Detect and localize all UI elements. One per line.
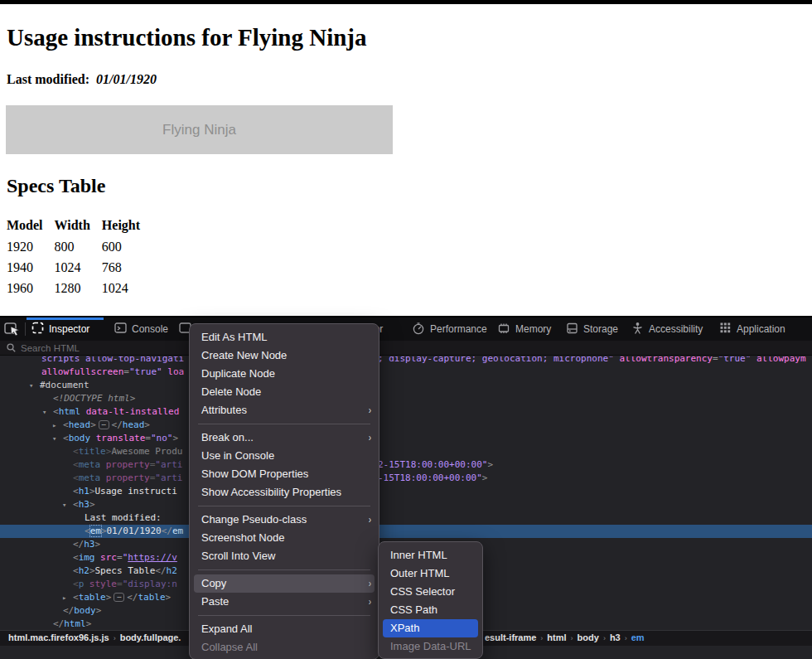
submenu-chevron-icon: › [369, 590, 371, 613]
menu-item-screenshot-node[interactable]: Screenshot Node [190, 529, 379, 547]
column-header: Model [7, 218, 55, 236]
markup-row[interactable]: ▾<html data-lt-installed [0, 405, 812, 419]
code-segment-doc: #document [40, 380, 89, 390]
menu-item-outer-html[interactable]: Outer HTML [379, 565, 482, 583]
code-segment-punc: > [487, 459, 493, 470]
menu-item-show-accessibility-properties[interactable]: Show Accessibility Properties [190, 483, 379, 502]
code-segment-link: https://v [128, 552, 177, 563]
last-modified-line: Last modified: 01/01/1920 [7, 72, 157, 87]
menu-item-copy[interactable]: Copy› [194, 574, 375, 593]
code-segment-punc: > [96, 605, 102, 616]
collapse-arrow-icon[interactable]: ▾ [62, 498, 66, 511]
code-segment-punc: </ [63, 605, 74, 616]
code-segment-val: -15T18:00:00+00:00" [378, 472, 482, 483]
menu-item-label: Expand All [201, 623, 252, 635]
markup-row[interactable]: <h1>Usage instructi [0, 485, 812, 498]
markup-row[interactable]: allowfullscreen="true" loa [0, 366, 812, 379]
tab-performance[interactable]: Performance [412, 317, 487, 341]
markup-row[interactable]: scripts allow-top-navigati; display-capt… [0, 356, 812, 366]
breadcrumb-item[interactable]: html [547, 632, 566, 642]
menu-item-inner-html[interactable]: Inner HTML [379, 546, 482, 565]
menu-item-label: Scroll Into View [201, 550, 275, 562]
menu-item-expand-all[interactable]: Expand All [190, 620, 379, 638]
breadcrumb-item[interactable]: esult-iframe [485, 632, 536, 642]
breadcrumb-item[interactable]: body.fullpage. [120, 632, 181, 642]
menu-separator [198, 569, 370, 570]
markup-row[interactable]: <meta property="arti2-15T18:00:00+00:00"… [0, 458, 812, 472]
table-row: 1920800600 [7, 236, 152, 257]
markup-row[interactable]: <title>Awesome Produ [0, 445, 812, 458]
submenu-chevron-icon: › [369, 426, 371, 449]
tab-application[interactable]: Application [719, 317, 785, 341]
menu-item-label: Create New Node [201, 349, 287, 361]
menu-item-use-in-console[interactable]: Use in Console [190, 447, 379, 465]
collapse-arrow-icon[interactable]: ▾ [52, 432, 56, 445]
code-segment-text: Usage instructi [95, 486, 177, 497]
code-segment-punc: < [73, 552, 79, 563]
markup-row[interactable]: <em>01/01/1920</em [0, 525, 812, 538]
menu-item-paste[interactable]: Paste› [190, 593, 379, 611]
breadcrumb-item[interactable]: em [631, 632, 645, 642]
search-html-input[interactable]: Search HTML [0, 341, 812, 356]
menu-item-duplicate-node[interactable]: Duplicate Node [190, 365, 379, 383]
menu-item-break-on[interactable]: Break on...› [190, 429, 379, 447]
code-segment-tag: html [59, 406, 81, 417]
collapse-arrow-icon[interactable]: ▾ [29, 379, 33, 392]
menu-item-label: Duplicate Node [201, 367, 275, 380]
code-segment-tag: title [79, 446, 106, 457]
code-segment-val: "true" [129, 366, 162, 377]
expand-arrow-icon[interactable]: ▸ [52, 419, 56, 432]
menu-item-create-new-node[interactable]: Create New Node [190, 346, 379, 365]
breadcrumb-item[interactable]: html.mac.firefox96.js.js [8, 632, 109, 642]
markup-row[interactable]: <!DOCTYPE html> [0, 392, 812, 405]
expand-arrow-icon[interactable]: ▸ [62, 591, 66, 604]
table-cell: 1960 [7, 278, 55, 298]
code-segment-val: "no" [151, 433, 173, 443]
code-segment-punc: > [90, 419, 96, 430]
tab-console[interactable]: Console [114, 317, 168, 341]
table-cell: 1280 [55, 278, 102, 298]
tab-accessibility[interactable]: Accessibility [631, 317, 703, 341]
code-segment-comment: <!DOCTYPE html> [53, 393, 135, 404]
markup-row[interactable]: ▾<h3> [0, 498, 812, 511]
code-segment-punc: > [482, 472, 488, 483]
markup-row[interactable]: Last modified: [0, 511, 812, 525]
tab-storage[interactable]: Storage [566, 317, 618, 341]
code-segment-attr: property [100, 472, 150, 483]
code-segment-tag: h3 [79, 499, 89, 510]
element-picker-icon[interactable] [4, 322, 22, 337]
tab-memory[interactable]: Memory [497, 317, 551, 341]
menu-item-label: Show Accessibility Properties [201, 486, 341, 498]
breadcrumb-item[interactable]: body [578, 632, 599, 642]
breadcrumb-item[interactable]: h3 [610, 632, 621, 642]
menu-item-xpath[interactable]: XPath [383, 619, 478, 637]
storage-icon [566, 322, 578, 337]
specs-table: ModelWidthHeight192080060019401024768196… [7, 218, 152, 298]
menu-item-css-selector[interactable]: CSS Selector [379, 583, 482, 601]
markup-row[interactable]: ▾#document [0, 379, 812, 392]
menu-item-css-path[interactable]: CSS Path [379, 601, 482, 619]
menu-item-edit-as-html[interactable]: Edit As HTML [190, 328, 379, 346]
markup-row[interactable]: ▸<head>⋯</head> [0, 419, 812, 432]
markup-row[interactable]: ▾<body translate="no"> [0, 432, 812, 445]
menu-item-attributes[interactable]: Attributes› [190, 401, 379, 419]
menu-item-scroll-into-view[interactable]: Scroll Into View [190, 547, 379, 565]
table-row: 19401024768 [7, 257, 152, 278]
code-segment-punc: < [73, 565, 79, 576]
code-segment-punc: < [73, 459, 79, 470]
menu-item-show-dom-properties[interactable]: Show DOM Properties [190, 465, 379, 483]
table-row: 196012801024 [7, 278, 152, 298]
collapse-arrow-icon[interactable]: ▾ [42, 405, 46, 419]
menu-item-change-pseudo-class[interactable]: Change Pseudo-class› [190, 511, 379, 529]
table-cell: 800 [55, 236, 102, 257]
code-right-fragment: ; display-capture; geolocation; micropho… [378, 356, 806, 366]
menu-item-label: CSS Path [390, 603, 437, 616]
web-page-content: Usage instructions for Flying Ninja Last… [0, 4, 812, 316]
submenu-chevron-icon: › [369, 508, 371, 531]
page-title: Usage instructions for Flying Ninja [7, 24, 366, 51]
tab-inspector[interactable]: Inspector [31, 317, 89, 341]
submenu-chevron-icon: › [369, 399, 371, 422]
markup-row[interactable]: <meta property="arti-15T18:00:00+00:00"> [0, 472, 812, 485]
code-segment-punc: = [145, 433, 151, 443]
menu-item-delete-node[interactable]: Delete Node [190, 383, 379, 401]
